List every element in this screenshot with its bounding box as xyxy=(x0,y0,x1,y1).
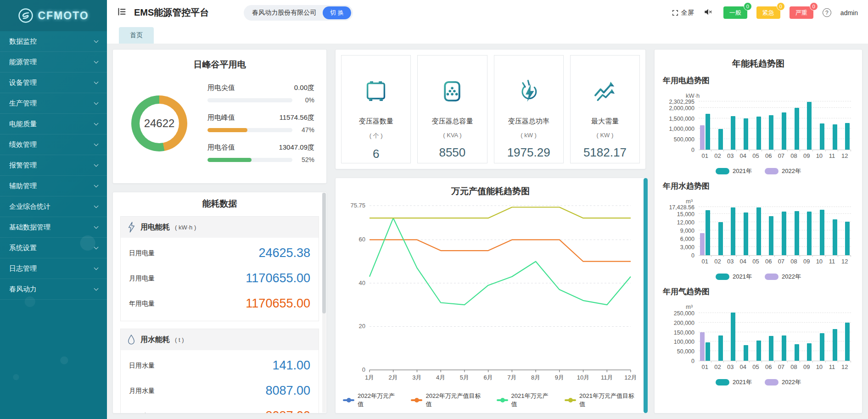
chevron-down-icon xyxy=(94,286,99,291)
x-tick-label: 07 xyxy=(775,152,788,159)
stat-card-3: 最大需量( KW )5182.17 xyxy=(570,55,640,163)
alarm-button-1[interactable]: 紧急0 xyxy=(756,6,780,19)
y-tick-label: 1,000,000 xyxy=(669,126,694,132)
power-plug-icon xyxy=(516,78,542,106)
sidebar-item-7[interactable]: 辅助管理 xyxy=(0,176,107,196)
legend-marker xyxy=(497,399,508,401)
bar-slot-04 xyxy=(737,313,750,361)
sidebar-item-10[interactable]: 系统设置 xyxy=(0,238,107,258)
sidebar-item-1[interactable]: 能源管理 xyxy=(0,52,107,73)
svg-text:0: 0 xyxy=(362,366,365,373)
bar-slot-12 xyxy=(838,102,851,150)
annual-bar-charts: 年用电趋势图kW·h0500,0001,000,0001,500,0002,00… xyxy=(663,75,854,386)
line-chart-legend: 2022年万元产值2022年万元产值目标值2021年万元产值2021年万元产值目… xyxy=(343,392,638,408)
sidebar-item-label: 绩效管理 xyxy=(9,140,37,149)
bar-slot-04 xyxy=(737,102,750,150)
panel-title: 日峰谷平用电 xyxy=(125,59,314,71)
peak-metrics: 用电尖值0.00度0%用电峰值11574.56度47%用电谷值13047.09度… xyxy=(207,84,314,163)
chart-unit-label: kW·h xyxy=(686,92,854,99)
legend-item[interactable]: 2021年 xyxy=(716,273,752,281)
metric-label: 用电谷值 xyxy=(207,143,235,152)
sidebar-item-6[interactable]: 报警管理 xyxy=(0,155,107,176)
bar-2021 xyxy=(769,216,773,255)
x-tick-label: 03 xyxy=(724,152,737,159)
y-tick-label: 17,428.56 xyxy=(669,204,694,211)
sidebar-item-2[interactable]: 设备管理 xyxy=(0,73,107,93)
legend-item[interactable]: 2022年 xyxy=(765,167,801,175)
bar-2021 xyxy=(820,333,824,361)
bar-2021 xyxy=(833,329,837,361)
bar-2021 xyxy=(731,207,735,255)
x-tick-label: 04 xyxy=(737,363,750,370)
legend-marker xyxy=(765,379,778,385)
bar-2021 xyxy=(820,123,824,150)
legend-item[interactable]: 2022年万元产值目标值 xyxy=(411,392,484,408)
switch-company-button[interactable]: 切 换 xyxy=(323,6,351,19)
energy-section-0: 用电能耗( kW·h )日用电量24625.38月用电量1170655.00年用… xyxy=(120,216,319,321)
metric-value: 13047.09度 xyxy=(279,143,314,152)
energy-row-value: 8087.00 xyxy=(265,384,310,398)
column-middle: 变压器数量( 个 )6变压器总容量( KVA )8550变压器总功率( kW )… xyxy=(335,49,646,413)
sidebar-item-11[interactable]: 日志管理 xyxy=(0,258,107,279)
stat-card-value: 1975.29 xyxy=(507,145,550,160)
bar-slot-10 xyxy=(813,102,826,150)
legend-item[interactable]: 2021年万元产值 xyxy=(497,392,553,408)
energy-row: 月用电量1170655.00 xyxy=(129,266,310,291)
alarm-buttons: 一般0紧急0严重0 xyxy=(722,6,813,19)
chevron-down-icon xyxy=(94,265,99,270)
sidebar-item-9[interactable]: 基础数据管理 xyxy=(0,217,107,238)
bar-2021 xyxy=(769,115,773,150)
energy-row: 日用电量24625.38 xyxy=(129,240,310,266)
legend-item[interactable]: 2021年 xyxy=(716,167,752,175)
fullscreen-button[interactable]: 全屏 xyxy=(672,9,694,17)
sidebar-item-0[interactable]: 数据监控 xyxy=(0,31,107,52)
x-tick-label: 10 xyxy=(813,363,826,370)
top-header: EMS能源管控平台 春风动力股份有限公司 切 换 全屏 xyxy=(107,0,868,25)
cfmoto-emblem-icon xyxy=(18,8,34,23)
bar-2021 xyxy=(756,341,761,361)
bar-2021 xyxy=(769,336,773,361)
svg-text:12月: 12月 xyxy=(624,374,637,381)
legend-item[interactable]: 2022年 xyxy=(765,273,801,281)
x-tick-label: 02 xyxy=(711,258,724,265)
energy-row-value: 1170655.00 xyxy=(246,296,310,311)
sidebar-item-12[interactable]: 春风动力 xyxy=(0,279,107,300)
bar-slot-01 xyxy=(699,207,711,255)
x-tick-label: 07 xyxy=(775,258,788,265)
energy-sections: 用电能耗( kW·h )日用电量24625.38月用电量1170655.00年用… xyxy=(113,216,326,413)
energy-row-label: 月用电量 xyxy=(129,274,155,283)
alarm-button-0[interactable]: 一般0 xyxy=(723,6,747,19)
sidebar-item-4[interactable]: 电能质量 xyxy=(0,114,107,134)
user-menu[interactable]: admin xyxy=(840,9,858,17)
sidebar-item-3[interactable]: 生产管理 xyxy=(0,93,107,114)
legend-item[interactable]: 2021年万元产值目标值 xyxy=(565,392,638,408)
legend-item[interactable]: 2022年万元产值 xyxy=(343,392,399,408)
bar-slot-06 xyxy=(762,313,775,361)
bar-slot-04 xyxy=(737,207,750,255)
page-title: EMS能源管控平台 xyxy=(134,6,209,19)
legend-item[interactable]: 2021年 xyxy=(716,378,752,386)
tab-home[interactable]: 首页 xyxy=(119,27,154,44)
alarm-badge: 0 xyxy=(777,2,785,11)
y-tick-label: 9,000 xyxy=(680,228,694,234)
sidebar-item-5[interactable]: 绩效管理 xyxy=(0,134,107,155)
legend-marker xyxy=(716,274,729,280)
legend-item[interactable]: 2022年 xyxy=(765,378,801,386)
stat-card-0: 变压器数量( 个 )6 xyxy=(341,55,411,163)
bar-slot-12 xyxy=(838,207,851,255)
bar-2021 xyxy=(845,222,850,255)
lightning-icon xyxy=(127,222,135,233)
sidebar-item-8[interactable]: 企业综合统计 xyxy=(0,196,107,217)
chevron-down-icon xyxy=(94,38,99,43)
collapse-menu-icon[interactable] xyxy=(117,7,127,18)
help-icon[interactable]: ? xyxy=(823,8,831,17)
bar-slot-07 xyxy=(775,207,788,255)
alarm-button-2[interactable]: 严重0 xyxy=(790,6,813,19)
metric-progress-bar xyxy=(207,128,292,132)
panel-scrollbar[interactable] xyxy=(322,193,326,413)
donut-center-value: 24622 xyxy=(144,117,175,130)
vertical-scrollbar[interactable] xyxy=(644,178,648,413)
mute-icon[interactable] xyxy=(703,7,712,18)
energy-section-1: 用水能耗( t )日用水量141.00月用水量8087.00年用水量8087.0… xyxy=(120,329,319,413)
bar-2021 xyxy=(795,108,799,150)
